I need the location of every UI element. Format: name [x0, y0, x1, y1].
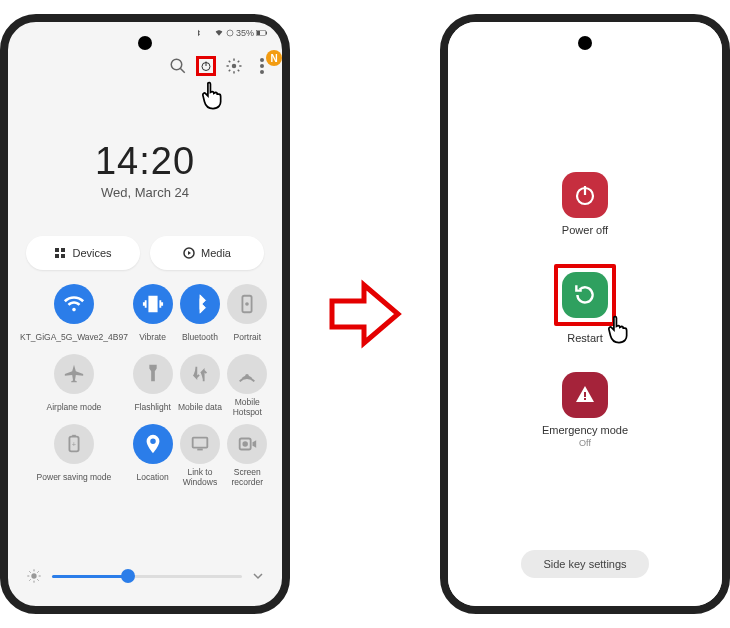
power-menu: Power off Restart Emergency mode Of	[448, 22, 722, 606]
svg-rect-14	[55, 254, 59, 258]
wifi-icon	[54, 284, 94, 324]
emergency-icon	[562, 372, 608, 418]
qs-toggle-portrait[interactable]: Portrait	[225, 284, 270, 348]
svg-point-4	[171, 59, 182, 70]
link-icon	[180, 424, 220, 464]
media-label: Media	[201, 247, 231, 259]
svg-point-20	[245, 302, 249, 306]
svg-rect-26	[197, 449, 203, 451]
qs-toggle-powersave[interactable]: + Power saving mode	[20, 424, 128, 488]
hotspot-icon	[227, 354, 267, 394]
side-key-label: Side key settings	[543, 558, 626, 570]
restart-label: Restart	[567, 332, 602, 344]
devices-icon	[54, 247, 66, 259]
bluetooth-status-icon	[194, 29, 202, 37]
svg-point-29	[31, 573, 36, 578]
svg-rect-12	[55, 248, 59, 252]
media-button[interactable]: Media	[150, 236, 264, 270]
battery-icon	[256, 29, 268, 37]
mute-status-icon	[204, 29, 212, 37]
power-off-icon	[562, 172, 608, 218]
mobiledata-icon	[180, 354, 220, 394]
brightness-icon	[26, 568, 42, 584]
svg-point-0	[227, 30, 233, 36]
airplane-icon	[54, 354, 94, 394]
side-key-settings-button[interactable]: Side key settings	[521, 550, 648, 578]
qs-toggle-mobiledata[interactable]: Mobile data	[177, 354, 222, 418]
devices-label: Devices	[72, 247, 111, 259]
svg-rect-15	[61, 254, 65, 258]
power-icon[interactable]	[196, 56, 216, 76]
qs-toggle-bluetooth[interactable]: Bluetooth	[177, 284, 222, 348]
panel-actions: N	[168, 56, 272, 76]
slider-track[interactable]	[52, 575, 242, 578]
svg-rect-18	[149, 297, 156, 312]
clock-time: 14:20	[8, 140, 282, 183]
powersave-icon: +	[54, 424, 94, 464]
qs-toggle-airplane[interactable]: Airplane mode	[20, 354, 128, 418]
notification-badge: N	[266, 50, 282, 66]
gear-icon[interactable]	[224, 56, 244, 76]
qs-toggle-vibrate[interactable]: Vibrate	[130, 284, 175, 348]
svg-rect-23	[72, 435, 76, 437]
brightness-slider[interactable]	[26, 568, 264, 584]
devices-media-row: Devices Media	[26, 236, 264, 270]
qs-toggle-flashlight[interactable]: Flashlight	[130, 354, 175, 418]
quick-settings-grid: KT_GiGA_5G_Wave2_4B97 Vibrate Bluetooth …	[20, 284, 270, 488]
cursor-hand-icon	[602, 312, 632, 342]
svg-rect-13	[61, 248, 65, 252]
battery-text: 35%	[236, 28, 254, 38]
more-icon[interactable]: N	[252, 56, 272, 76]
qs-toggle-hotspot[interactable]: Mobile Hotspot	[225, 354, 270, 418]
restart-button[interactable]: Restart	[554, 264, 616, 344]
qs-label: Screen recorder	[225, 468, 270, 488]
qs-toggle-wifi[interactable]: KT_GiGA_5G_Wave2_4B97	[20, 284, 128, 348]
svg-rect-2	[257, 31, 260, 35]
chevron-down-icon[interactable]	[252, 570, 264, 582]
svg-line-35	[37, 579, 38, 580]
camera-notch	[138, 36, 152, 50]
svg-line-34	[29, 571, 30, 572]
svg-point-9	[260, 58, 264, 62]
svg-rect-40	[584, 392, 586, 397]
cursor-hand-icon	[196, 78, 226, 108]
location-icon	[133, 424, 173, 464]
qs-toggle-recorder[interactable]: Screen recorder	[225, 424, 270, 488]
qs-label: Mobile Hotspot	[225, 398, 270, 418]
flashlight-icon	[133, 354, 173, 394]
svg-line-5	[180, 68, 185, 73]
qs-label: Mobile data	[178, 398, 222, 418]
svg-text:+: +	[72, 440, 76, 449]
emergency-mode-button[interactable]: Emergency mode Off	[542, 372, 628, 448]
power-off-button[interactable]: Power off	[562, 172, 608, 236]
qs-label: Airplane mode	[47, 398, 102, 418]
phone-quicksettings: 35% N 14:20 Wed, March 24 Devices Media	[0, 14, 290, 614]
svg-line-36	[29, 579, 30, 580]
svg-point-8	[232, 64, 237, 69]
status-bar: 35%	[194, 28, 268, 38]
slider-fill	[52, 575, 128, 578]
power-off-label: Power off	[562, 224, 608, 236]
qs-label: Power saving mode	[37, 468, 112, 488]
clock-date: Wed, March 24	[8, 185, 282, 200]
devices-button[interactable]: Devices	[26, 236, 140, 270]
svg-marker-17	[188, 251, 191, 255]
qs-label: Location	[137, 468, 169, 488]
clock-status-icon	[226, 29, 234, 37]
svg-rect-41	[584, 398, 586, 400]
qs-label: KT_GiGA_5G_Wave2_4B97	[20, 328, 128, 348]
clock-block: 14:20 Wed, March 24	[8, 140, 282, 200]
phone-powermenu: Power off Restart Emergency mode Of	[440, 14, 730, 614]
svg-rect-3	[266, 32, 267, 35]
qs-label: Vibrate	[139, 328, 166, 348]
qs-toggle-link[interactable]: Link to Windows	[177, 424, 222, 488]
qs-toggle-location[interactable]: Location	[130, 424, 175, 488]
search-icon[interactable]	[168, 56, 188, 76]
wifi-status-icon	[214, 29, 224, 37]
emergency-label: Emergency mode	[542, 424, 628, 436]
svg-point-28	[243, 441, 249, 447]
svg-point-11	[260, 70, 264, 74]
slider-thumb[interactable]	[121, 569, 135, 583]
svg-line-37	[37, 571, 38, 572]
portrait-icon	[227, 284, 267, 324]
